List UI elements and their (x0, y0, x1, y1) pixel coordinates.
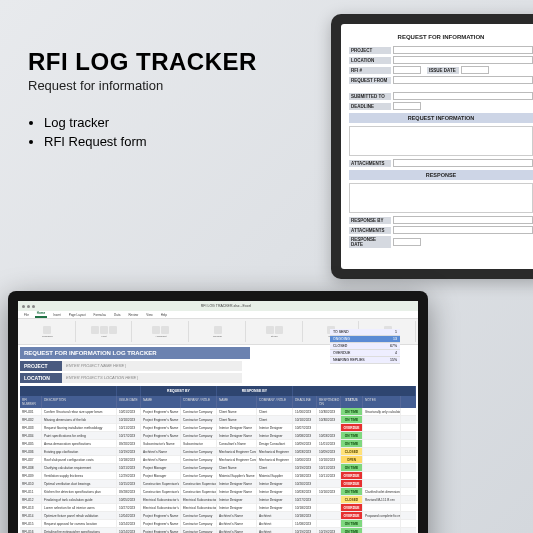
cell-req-co: Contractor Company (181, 416, 217, 423)
table-row[interactable]: RFI-016Detailing fire extinguisher speci… (20, 528, 416, 533)
field-request-info[interactable] (349, 126, 533, 156)
cell-desc: Missing dimensions of the fab (42, 416, 117, 423)
label-request-from: REQUEST FROM (349, 77, 391, 84)
cell-id: RFI-005 (20, 440, 42, 447)
cell-id: RFI-014 (20, 512, 42, 519)
cell-req-name: Project Engineer's Name (141, 432, 181, 439)
paste-icon[interactable] (43, 326, 51, 334)
cell-issue-date: 10/18/2023 (117, 456, 141, 463)
cell-req-name: Electrical Subcontractor's Name (141, 496, 181, 503)
ribbon-tab-formulas[interactable]: Formulas (92, 312, 109, 318)
field-issue-date[interactable] (461, 66, 489, 74)
cell-issue-date: 10/01/2023 (117, 408, 141, 415)
cell-req-co: Contractor Company (181, 456, 217, 463)
section-request-info: REQUEST INFORMATION (349, 113, 533, 123)
field-resp-attachments[interactable] (393, 226, 533, 234)
table-row[interactable]: RFI-005Areas demarcation specifications0… (20, 440, 416, 448)
tablet-mockup: REQUEST FOR INFORMATION PROJECT LOCATION… (331, 14, 533, 279)
field-rfi-no[interactable] (393, 66, 421, 74)
table-row[interactable]: RFI-004Paint specifications for ceiling1… (20, 432, 416, 440)
cell-req-name: Subcontractor's Name (141, 440, 181, 447)
cell-resp-name: Mechanical Engineer Consultant (217, 448, 257, 455)
cell-responded: 10/03/2023 (317, 432, 341, 439)
table-row[interactable]: RFI-001Confirm Structural rebar size upp… (20, 408, 416, 416)
cell-resp-co: Interior Designer (257, 480, 293, 487)
field-location[interactable] (393, 56, 533, 64)
align-left-icon[interactable] (152, 326, 160, 334)
table-row[interactable]: RFI-014Optimize fixture panel rehab vali… (20, 512, 416, 520)
cell-notes (363, 480, 401, 487)
align-center-icon[interactable] (161, 326, 169, 334)
table-row[interactable]: RFI-015Request approval for camera locat… (20, 520, 416, 528)
cell-issue-date: 09/28/2023 (117, 488, 141, 495)
cell-req-name: Electrical Subcontractor's Name (141, 504, 181, 511)
cell-req-name: Construction Supervisor's Name (141, 480, 181, 487)
ribbon-tab-home[interactable]: Home (35, 310, 47, 318)
conditional-format-icon[interactable] (266, 326, 274, 334)
cell-id: RFI-011 (20, 488, 42, 495)
table-row[interactable]: RFI-011Kitchen fire detection specificat… (20, 488, 416, 496)
table-row[interactable]: RFI-009Ventilation supply thickness12/29… (20, 472, 416, 480)
cell-responded (317, 504, 341, 511)
cell-id: RFI-002 (20, 416, 42, 423)
table-row[interactable]: RFI-008Clarifying calculation requiremen… (20, 464, 416, 472)
field-project[interactable] (393, 46, 533, 54)
field-response-by[interactable] (393, 216, 533, 224)
field-response-date[interactable] (393, 238, 421, 246)
ribbon-group-font: Font (77, 321, 133, 342)
project-input[interactable]: ENTER PROJECT NAME HERE | (62, 361, 242, 371)
table-row[interactable]: RFI-013Lorem selection for all interior … (20, 504, 416, 512)
cell-notes (363, 456, 401, 463)
ribbon-tab-data[interactable]: Data (112, 312, 122, 318)
underline-icon[interactable] (109, 326, 117, 334)
worksheet[interactable]: REQUEST FOR INFORMATION LOG TRACKER TO S… (18, 345, 418, 533)
field-request-from[interactable] (393, 76, 533, 84)
cell-id: RFI-008 (20, 464, 42, 471)
table-row[interactable]: RFI-003Request flooring installation met… (20, 424, 416, 432)
location-label: LOCATION (20, 373, 62, 383)
field-response[interactable] (349, 183, 533, 213)
cell-desc: Roof slab panel configuration costs (42, 456, 117, 463)
ribbon-tab-insert[interactable]: Insert (51, 312, 63, 318)
table-row[interactable]: RFI-002Missing dimensions of the fab10/1… (20, 416, 416, 424)
cell-issue-date: 10/24/2023 (117, 528, 141, 533)
cell-desc: Existing gap clarification (42, 448, 117, 455)
cell-responded: 11/01/2023 (317, 440, 341, 447)
window-controls-icon[interactable] (22, 305, 35, 308)
cell-req-co: Construction Supervisor (181, 480, 217, 487)
bold-icon[interactable] (91, 326, 99, 334)
ribbon-tab-file[interactable]: File (22, 312, 31, 318)
italic-icon[interactable] (100, 326, 108, 334)
label-issue-date: ISSUE DATE (427, 67, 459, 74)
cell-req-name: Architect's Name (141, 456, 181, 463)
field-deadline[interactable] (393, 102, 421, 110)
stat-nearing: NEARING REPLIES15% (330, 357, 400, 364)
cell-req-name: Project Engineer's Name (141, 520, 181, 527)
cell-styles-icon[interactable] (275, 326, 283, 334)
subtitle: Request for information (28, 78, 257, 93)
cell-responded (317, 424, 341, 431)
ribbon-tab-view[interactable]: View (144, 312, 154, 318)
cell-desc: Kitchen fire detection specifications pl… (42, 488, 117, 495)
cell-resp-name: Interior Designer Name (217, 488, 257, 495)
table-row[interactable]: RFI-012Finalizing of tank calculation gu… (20, 496, 416, 504)
label-deadline: DEADLINE (349, 103, 391, 110)
location-input[interactable]: ENTER PROJECT'S LOCATION HERE | (62, 373, 242, 383)
cell-resp-name: Client Name (217, 408, 257, 415)
cell-deadline: 10/08/2023 (293, 432, 317, 439)
cell-desc: Lorem selection for all interior users (42, 504, 117, 511)
cell-issue-date: 10/17/2023 (117, 432, 141, 439)
cell-req-co: Subcontractor (181, 440, 217, 447)
cell-req-co: Contractor Company (181, 520, 217, 527)
number-format-icon[interactable] (214, 326, 222, 334)
table-row[interactable]: RFI-006Existing gap clarification10/19/2… (20, 448, 416, 456)
table-body: RFI-001Confirm Structural rebar size upp… (20, 408, 416, 533)
label-resp-attachments: ATTACHMENTS (349, 227, 391, 234)
table-row[interactable]: RFI-010Optimal ventilation duct bearings… (20, 480, 416, 488)
ribbon-tab-help[interactable]: Help (159, 312, 169, 318)
table-row[interactable]: RFI-007Roof slab panel configuration cos… (20, 456, 416, 464)
ribbon-tab-review[interactable]: Review (126, 312, 140, 318)
field-attachments[interactable] (393, 159, 533, 167)
field-submitted-to[interactable] (393, 92, 533, 100)
ribbon-tab-page-layout[interactable]: Page Layout (67, 312, 88, 318)
